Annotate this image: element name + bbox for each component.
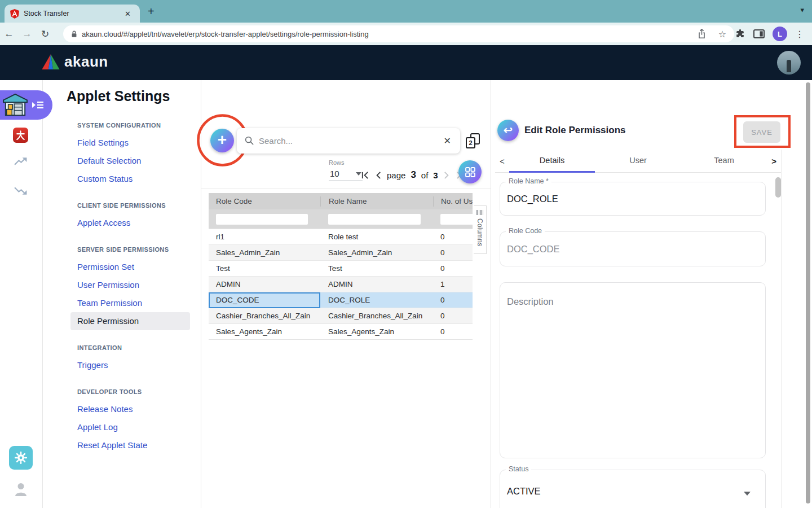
- tab-title: Stock Transfer: [24, 10, 121, 17]
- table-row[interactable]: Test Test 0: [209, 260, 473, 276]
- tab-team[interactable]: Team: [681, 150, 767, 173]
- duplicate-count: 2: [469, 139, 472, 146]
- search-input[interactable]: [259, 136, 443, 146]
- first-page-icon[interactable]: [361, 171, 369, 179]
- filter-users-input[interactable]: [440, 214, 473, 225]
- account-person-icon[interactable]: [15, 483, 27, 496]
- col-header-role-name[interactable]: Role Name: [320, 196, 433, 207]
- plus-icon: +: [218, 132, 227, 148]
- clear-search-icon[interactable]: ✕: [443, 135, 452, 146]
- sidebar-item-permission-set[interactable]: Permission Set: [70, 258, 190, 276]
- columns-panel-tab[interactable]: Columns: [474, 205, 487, 254]
- grid-view-button[interactable]: [458, 160, 482, 183]
- active-applet-pill[interactable]: [0, 90, 52, 120]
- dai-applet-icon[interactable]: [13, 128, 28, 143]
- sidebar-item-field-settings[interactable]: Field Settings: [70, 134, 190, 152]
- settings-sidenav: SYSTEM CONFIGURATION Field Settings Defa…: [70, 117, 190, 454]
- add-role-button[interactable]: +: [210, 129, 234, 152]
- tab-close-icon[interactable]: ✕: [121, 10, 134, 18]
- angular-icon: [10, 9, 19, 19]
- tabs-scroll-left-icon[interactable]: <: [495, 156, 509, 166]
- table-row[interactable]: Sales_Agents_Zain Sales_Agents_Zain 0: [209, 323, 473, 339]
- sidebar-item-default-selection[interactable]: Default Selection: [70, 152, 190, 170]
- roles-table: Role Code Role Name No. of Us rl1 Role t…: [209, 193, 473, 340]
- akaun-logo-icon: [42, 54, 60, 69]
- col-header-role-code[interactable]: Role Code: [209, 197, 320, 205]
- rows-per-page: Rows 10: [329, 159, 363, 181]
- back-arrow-icon: ↩: [504, 124, 513, 137]
- duplicate-tab-icon[interactable]: 2: [466, 133, 481, 150]
- page-scrollbar-thumb[interactable]: [806, 82, 810, 503]
- next-page-icon[interactable]: [443, 171, 451, 179]
- browser-tab[interactable]: Stock Transfer ✕: [5, 5, 140, 23]
- sidebar-item-triggers[interactable]: Triggers: [70, 356, 190, 374]
- panel-divider: [491, 80, 491, 508]
- sidebar-item-release-notes[interactable]: Release Notes: [70, 400, 190, 418]
- reload-icon[interactable]: ↻: [36, 28, 54, 40]
- columns-tab-label: Columns: [476, 218, 484, 246]
- sidebar-item-role-permission[interactable]: Role Permission: [70, 312, 190, 330]
- save-button[interactable]: SAVE: [743, 121, 780, 143]
- role-code-field[interactable]: Role Code DOC_CODE: [500, 231, 766, 266]
- brand[interactable]: akaun: [42, 53, 108, 71]
- sidebar-item-team-permission[interactable]: Team Permission: [70, 294, 190, 312]
- table-row[interactable]: Cashier_Branches_All_Zain Cashier_Branch…: [209, 308, 473, 323]
- pagination: page 3 of 3: [361, 169, 464, 181]
- bookmark-star-icon[interactable]: ☆: [718, 29, 726, 40]
- sidebar-item-applet-access[interactable]: Applet Access: [70, 214, 190, 232]
- back-icon[interactable]: ←: [0, 28, 18, 40]
- tabs-scroll-right-icon[interactable]: >: [767, 156, 781, 166]
- editor-title: Edit Role Permissions: [524, 125, 626, 136]
- grip-icon: [476, 210, 483, 215]
- role-name-field[interactable]: Role Name * DOC_ROLE: [500, 182, 766, 216]
- browser-profile-avatar[interactable]: L: [773, 27, 787, 41]
- grid-icon: [465, 167, 476, 178]
- filter-role-name-input[interactable]: [328, 214, 421, 225]
- editor-scroll-divider: [781, 150, 782, 508]
- rail-divider: [42, 80, 43, 508]
- trending-down-icon[interactable]: [14, 186, 28, 196]
- description-placeholder: Description: [507, 296, 554, 307]
- description-field[interactable]: Description: [500, 282, 766, 458]
- nav-section-header: INTEGRATION: [70, 344, 190, 351]
- table-row-selected[interactable]: DOC_CODE DOC_ROLE 0: [209, 292, 473, 308]
- settings-gear-icon[interactable]: [9, 446, 33, 470]
- browser-tabstrip: Stock Transfer ✕ + ▾: [0, 0, 812, 23]
- forward-icon[interactable]: →: [18, 28, 36, 40]
- sidebar-item-user-permission[interactable]: User Permission: [70, 276, 190, 294]
- tab-user[interactable]: User: [595, 150, 681, 173]
- sidebar-item-reset-applet-state[interactable]: Reset Applet State: [70, 436, 190, 454]
- browser-menu-icon[interactable]: ⋮: [795, 29, 804, 40]
- of-label: of: [421, 170, 429, 180]
- status-select[interactable]: Status ACTIVE: [500, 470, 766, 508]
- table-row[interactable]: Sales_Admin_Zain Sales_Admin_Zain 0: [209, 244, 473, 260]
- back-button[interactable]: ↩: [497, 120, 519, 141]
- tab-details[interactable]: Details: [509, 150, 595, 173]
- trending-up-icon[interactable]: [14, 156, 28, 166]
- share-icon[interactable]: [698, 29, 706, 39]
- status-label: Status: [506, 465, 531, 473]
- table-row[interactable]: ADMIN ADMIN 1: [209, 276, 473, 292]
- editor-scrollbar-thumb[interactable]: [775, 177, 781, 198]
- rows-per-page-select[interactable]: 10: [329, 167, 363, 181]
- tab-search-chevron-icon[interactable]: ▾: [800, 6, 804, 14]
- user-avatar[interactable]: [777, 51, 801, 75]
- brand-name: akaun: [64, 53, 108, 71]
- url-bar[interactable]: akaun.cloud/#/applet/tnt/wavelet/erp/sto…: [63, 25, 734, 42]
- nav-section-header: SERVER SIDE PERMISSIONS: [70, 246, 190, 253]
- extensions-puzzle-icon[interactable]: [735, 29, 745, 40]
- expand-menu-icon[interactable]: [32, 100, 44, 110]
- sidebar-item-custom-status[interactable]: Custom Status: [70, 170, 190, 188]
- filter-role-code-input[interactable]: [216, 214, 308, 225]
- nav-section-header: CLIENT SIDE PERMISSIONS: [70, 202, 190, 209]
- table-row[interactable]: rl1 Role test 0: [209, 229, 473, 244]
- col-header-users[interactable]: No. of Us: [433, 196, 473, 207]
- new-tab-button[interactable]: +: [148, 5, 155, 18]
- browser-toolbar: ← → ↻ akaun.cloud/#/applet/tnt/wavelet/e…: [0, 23, 812, 45]
- chevron-down-icon: [744, 492, 751, 496]
- sidebar-item-applet-log[interactable]: Applet Log: [70, 418, 190, 436]
- listing-separator: [201, 188, 491, 189]
- prev-page-icon[interactable]: [374, 171, 382, 179]
- rows-label: Rows: [329, 159, 363, 166]
- side-panel-icon[interactable]: [753, 29, 765, 38]
